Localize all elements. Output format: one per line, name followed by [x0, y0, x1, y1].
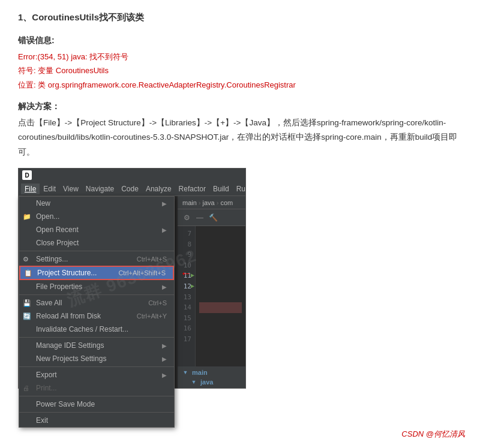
menu-item-reload-label: Reload All from Disk — [36, 312, 101, 320]
menu-item-save-all[interactable]: 💾 Save All Ctrl+S — [19, 296, 174, 309]
menu-item-close-project[interactable]: Close Project — [19, 236, 174, 249]
menu-item-exit-label: Exit — [36, 416, 48, 425]
menu-item-new-projects-label: New Projects Settings — [36, 354, 106, 363]
file-tree-main[interactable]: ▼ main — [181, 368, 242, 377]
print-icon: 🖨 — [23, 384, 29, 392]
menu-item-new[interactable]: New ▶ — [19, 197, 174, 210]
error-label: 错误信息: — [18, 35, 459, 46]
toolbar-settings-btn[interactable]: ⚙ — [181, 212, 192, 223]
menu-item-print[interactable]: 🖨 Print... — [19, 381, 174, 395]
menu-item-open-recent[interactable]: Open Recent ▶ — [19, 223, 174, 236]
code-content: ▶ ▶ — [196, 226, 245, 388]
folder-icon-main: ▼ — [181, 368, 190, 377]
folder-icon-java: ▼ — [190, 378, 198, 386]
code-line-14 — [199, 302, 242, 313]
menu-item-export-label: Export — [36, 371, 57, 379]
file-tree-main-label: main — [192, 369, 208, 376]
menu-item-export[interactable]: Export ▶ — [19, 368, 174, 381]
menu-item-settings-label: Settings... — [36, 255, 68, 263]
menu-code[interactable]: Code — [118, 184, 142, 194]
red-arrow: ← — [180, 266, 192, 280]
save-all-shortcut: Ctrl+S — [148, 299, 167, 306]
code-line-11: ▶ — [199, 270, 242, 281]
line-17: 17 — [181, 334, 191, 345]
file-tree: ▼ main ▼ java — [178, 366, 245, 388]
menu-item-manage-ide-label: Manage IDE Settings — [36, 341, 104, 350]
ide-toolbar: ⚙ — 🔨 — [178, 209, 245, 226]
file-properties-arrow: ▶ — [162, 284, 167, 290]
code-line-15 — [199, 313, 242, 324]
menu-item-invalidate[interactable]: Invalidate Caches / Restart... — [19, 323, 174, 336]
menu-item-settings[interactable]: ⚙ Settings... Ctrl+Alt+S — [19, 252, 174, 266]
ide-body: New ▶ 📁 Open... Open Recent ▶ — [19, 196, 245, 388]
line-14: 14 — [181, 302, 191, 313]
solution-section: 解决方案： 点击【File】->【Project Structure】->【Li… — [18, 101, 459, 160]
menu-item-open-label: Open... — [36, 212, 59, 221]
file-tree-java-label: java — [200, 378, 213, 386]
menu-item-new-projects[interactable]: New Projects Settings ▶ — [19, 352, 174, 365]
menu-item-new-label: New — [36, 199, 50, 208]
menu-navigate[interactable]: Navigate — [82, 184, 118, 194]
line-numbers: 7 8 9 10 11 12 13 14 15 16 17 — [178, 226, 196, 388]
project-structure-shortcut: Ctrl+Alt+Shift+S — [118, 269, 166, 276]
file-tree-java[interactable]: ▼ java — [181, 377, 242, 387]
ide-breadcrumb: main › java › com — [178, 196, 245, 209]
code-area: 7 8 9 10 11 12 13 14 15 16 17 — [178, 226, 245, 388]
code-line-10 — [199, 260, 242, 271]
sep6 — [19, 412, 174, 413]
menu-item-close-project-label: Close Project — [36, 239, 79, 247]
menu-edit[interactable]: Edit — [40, 184, 59, 194]
section-title: 1、CoroutinesUtils找不到该类 — [18, 12, 459, 23]
export-arrow: ▶ — [162, 372, 167, 378]
code-line-16 — [199, 323, 242, 334]
manage-ide-arrow: ▶ — [162, 342, 167, 349]
page-content: 1、CoroutinesUtils找不到该类 错误信息: Error:(354,… — [0, 0, 477, 401]
menu-view[interactable]: View — [59, 184, 82, 194]
menu-item-manage-ide[interactable]: Manage IDE Settings ▶ — [19, 339, 174, 352]
code-line-9 — [199, 249, 242, 260]
menu-item-power-save-label: Power Save Mode — [36, 400, 95, 408]
menu-build[interactable]: Build — [209, 184, 233, 194]
toolbar-minus-btn[interactable]: — — [194, 212, 205, 223]
project-structure-icon: 📋 — [24, 269, 32, 277]
solution-label: 解决方案： — [18, 101, 459, 112]
menu-refactor[interactable]: Refactor — [175, 184, 209, 194]
menu-item-power-save[interactable]: Power Save Mode — [19, 398, 174, 411]
menu-run[interactable]: Ru — [233, 184, 249, 194]
menu-analyze[interactable]: Analyze — [142, 184, 175, 194]
toolbar-build-btn[interactable]: 🔨 — [208, 212, 218, 223]
ide-screenshot: 流群 963036962 D File Edit View Navigate C… — [18, 168, 246, 389]
ide-right-panel: main › java › com ⚙ — 🔨 7 8 — [178, 196, 245, 388]
menu-item-project-structure-label: Project Structure... — [37, 269, 97, 277]
error-section: 错误信息: Error:(354, 51) java: 找不到符号 符号: 变量… — [18, 35, 459, 92]
error-line-3: 位置: 类 org.springframework.core.ReactiveA… — [18, 80, 296, 89]
ide-menu-area: New ▶ 📁 Open... Open Recent ▶ — [19, 196, 178, 388]
menu-item-save-all-label: Save All — [36, 299, 62, 307]
ide-menubar[interactable]: File Edit View Navigate Code Analyze Ref… — [19, 182, 245, 196]
menu-item-print-label: Print... — [36, 384, 57, 392]
menu-item-open[interactable]: 📁 Open... — [19, 210, 174, 223]
sep2 — [19, 294, 174, 295]
file-dropdown[interactable]: New ▶ 📁 Open... Open Recent ▶ — [19, 196, 175, 428]
code-line-8 — [199, 239, 242, 250]
sep1 — [19, 251, 174, 251]
code-lines: ▶ ▶ — [199, 228, 242, 386]
menu-item-project-structure[interactable]: 📋 Project Structure... Ctrl+Alt+Shift+S … — [19, 266, 174, 280]
breadcrumb-com: com — [220, 199, 233, 206]
code-line-7 — [199, 228, 242, 239]
menu-item-invalidate-label: Invalidate Caches / Restart... — [36, 325, 128, 333]
menu-file[interactable]: File — [21, 184, 40, 194]
new-projects-arrow: ▶ — [162, 356, 167, 362]
line-13: 13 — [181, 292, 191, 303]
sep5 — [19, 396, 174, 396]
menu-item-exit[interactable]: Exit — [19, 414, 174, 427]
line-12: 12 — [181, 281, 191, 292]
code-line-17 — [199, 334, 242, 345]
breadcrumb-java: java — [203, 199, 215, 206]
sep4 — [19, 366, 174, 367]
new-arrow: ▶ — [162, 200, 167, 207]
menu-item-open-recent-label: Open Recent — [36, 225, 79, 234]
menu-item-file-properties[interactable]: File Properties ▶ — [19, 280, 174, 293]
menu-item-reload[interactable]: 🔄 Reload All from Disk Ctrl+Alt+Y — [19, 309, 174, 323]
sep3 — [19, 337, 174, 338]
